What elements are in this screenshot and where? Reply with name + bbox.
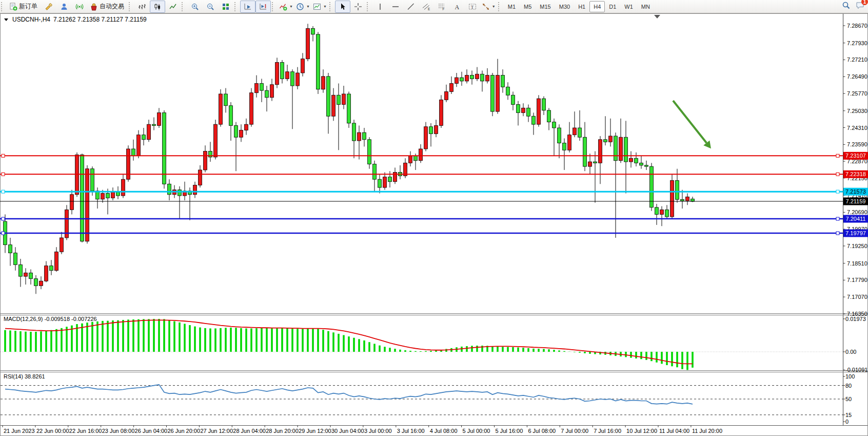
axis-label: 7.27210 [847, 56, 867, 63]
bar-chart-button[interactable] [134, 1, 150, 13]
candle-body [624, 137, 628, 162]
zoom-out-button[interactable] [203, 1, 218, 13]
line-handle[interactable] [836, 190, 839, 193]
chart-canvas[interactable]: 7.286707.279307.272107.264907.257707.250… [0, 0, 868, 436]
bar-chart-icon [138, 3, 146, 11]
chart-title-bar[interactable]: USDCNH-,H4 7.21262 7.21358 7.21127 7.211… [4, 16, 147, 23]
candlestick-button[interactable] [150, 1, 165, 13]
arrows-button[interactable]: ▼ [480, 1, 497, 13]
horizontal-line-button[interactable] [388, 1, 403, 13]
candle-body [563, 143, 566, 150]
toolbar-grip [367, 2, 371, 11]
candle-body [260, 83, 264, 90]
candle-body [506, 87, 510, 95]
line-handle[interactable] [2, 173, 5, 176]
chart-shift-button[interactable] [255, 1, 271, 13]
timeframe-mn[interactable]: MN [637, 1, 654, 12]
axis-label: 11 Jul 04:00 [659, 428, 689, 434]
candle-body [547, 110, 551, 122]
candle-body [588, 162, 592, 166]
candle-body [527, 108, 530, 116]
toolbar-grip [234, 2, 239, 11]
line-handle[interactable] [2, 232, 5, 235]
candle-body [193, 185, 197, 195]
candle-body [614, 136, 618, 161]
line-handle[interactable] [2, 154, 5, 157]
text-label-button[interactable]: T [465, 1, 480, 13]
line-handle[interactable] [836, 217, 839, 220]
candle-body [511, 95, 515, 104]
line-handle[interactable] [836, 154, 839, 157]
line-handle[interactable] [836, 173, 839, 176]
candle-body [619, 137, 623, 161]
candle-body [296, 73, 300, 86]
axis-label: 26 Jun 20:00 [168, 428, 201, 434]
chat-button[interactable]: 1 [856, 1, 865, 12]
zoom-in-button[interactable] [187, 1, 203, 13]
text-icon: A [453, 3, 461, 11]
templates-button[interactable]: ▼ [311, 1, 328, 13]
cursor-button[interactable] [335, 1, 350, 13]
axis-label: 7.17070 [847, 294, 867, 300]
candle-body [245, 124, 248, 130]
candle-body [116, 192, 120, 196]
candle-body [660, 210, 664, 214]
new-order-button[interactable]: 新订单 [7, 1, 41, 13]
timeframe-w1[interactable]: W1 [620, 1, 637, 12]
candle-body [352, 123, 356, 141]
line-handle[interactable] [2, 190, 5, 193]
fibonacci-button[interactable]: F [434, 1, 449, 13]
styler-button[interactable] [41, 1, 56, 13]
text-button[interactable]: A [449, 1, 465, 13]
trendline-button[interactable] [403, 1, 419, 13]
candle-body [573, 128, 577, 135]
line-chart-button[interactable] [165, 1, 181, 13]
new-order-label: 新订单 [19, 2, 38, 11]
line-handle[interactable] [2, 217, 5, 220]
candle-body [137, 135, 141, 156]
rsi-indicator-label: RSI(14) 38.8261 [4, 373, 45, 380]
timeframe-m30[interactable]: M30 [555, 1, 574, 12]
axis-label: 29 Jun 12:00 [299, 428, 331, 434]
axis-label: 7.26490 [847, 73, 867, 80]
timeframe-m15[interactable]: M15 [536, 1, 555, 12]
candle-body [455, 78, 459, 83]
auto-scroll-button[interactable] [240, 1, 255, 13]
candle-body [578, 128, 582, 137]
line-chart-icon [169, 3, 177, 11]
tile-windows-button[interactable] [218, 1, 233, 13]
candle-body [373, 164, 377, 180]
timeframe-m1[interactable]: M1 [504, 1, 520, 12]
timeframe-h4[interactable]: H4 [589, 1, 605, 12]
axis-label: 0.01973 [845, 316, 866, 322]
autotrade-label: 自动交易 [100, 2, 125, 11]
candle-body [486, 75, 489, 81]
indicators-button[interactable]: ▼ [278, 1, 294, 13]
periods-icon [296, 3, 304, 11]
chevron-down-icon: ▼ [306, 5, 310, 8]
toolbar-grip [182, 2, 186, 11]
axis-label: 7.25770 [847, 90, 867, 97]
timeframe-d1[interactable]: D1 [605, 1, 620, 12]
candle-body [81, 155, 84, 241]
signals-button[interactable] [72, 1, 87, 13]
chart-shift-icon [259, 3, 267, 11]
timeframe-h1[interactable]: H1 [574, 1, 589, 12]
candle-body [45, 266, 48, 281]
timeframe-m5[interactable]: M5 [520, 1, 536, 12]
periods-button[interactable]: ▼ [294, 1, 311, 13]
autotrade-button[interactable]: 自动交易 [87, 1, 128, 13]
line-handle[interactable] [836, 232, 839, 235]
candle-body [286, 72, 289, 79]
toolbar-grip [272, 2, 277, 11]
candle-body [204, 151, 207, 170]
vertical-line-button[interactable] [372, 1, 388, 13]
axis-label: 30 Jun 04:00 [331, 428, 364, 434]
axis-label: 5 Jul 00:00 [463, 428, 490, 434]
crosshair-button[interactable] [350, 1, 366, 13]
channel-button[interactable]: E [419, 1, 434, 13]
search-button[interactable] [842, 1, 851, 12]
candle-body [470, 75, 474, 79]
candle-body [583, 137, 587, 166]
market-watch-button[interactable] [56, 1, 72, 13]
